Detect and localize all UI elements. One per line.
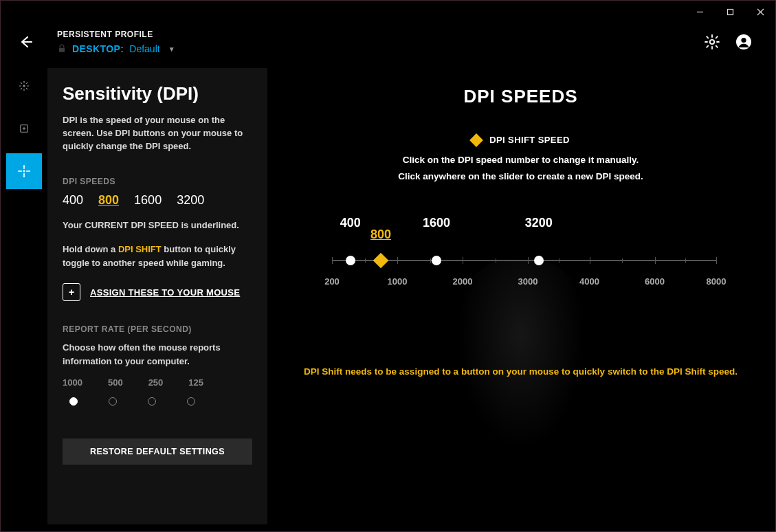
hint-click-number: Click on the DPI speed number to change … [293, 155, 748, 165]
svg-rect-1 [727, 9, 733, 14]
main-title: DPI SPEEDS [293, 86, 748, 107]
report-rate-label: REPORT RATE (PER SECOND) [63, 324, 252, 334]
slider-tick [655, 257, 656, 264]
slider-minor-tick [685, 258, 686, 263]
report-rate-label: 1000 [63, 377, 82, 388]
dpi-marker[interactable] [432, 256, 441, 265]
svg-rect-4 [59, 48, 65, 52]
report-rate-radio[interactable] [187, 397, 195, 406]
dpi-speeds-label: DPI SPEEDS [63, 177, 252, 186]
dpi-shift-marker[interactable] [373, 253, 389, 269]
plus-box-icon: + [63, 283, 80, 301]
tab-sensitivity[interactable] [6, 153, 42, 189]
minimize-button[interactable] [685, 1, 715, 23]
dpi-shift-speed-legend: DPI SHIFT SPEED [293, 135, 748, 145]
svg-line-15 [21, 88, 22, 89]
svg-point-5 [710, 40, 714, 44]
slider-tick-label: 6000 [645, 276, 665, 287]
slider-minor-tick [496, 258, 496, 263]
profile-name: Default [129, 43, 159, 54]
lock-icon [57, 44, 67, 54]
assign-to-mouse-button[interactable]: + ASSIGN THESE TO YOUR MOUSE [63, 283, 252, 301]
desktop-label: DESKTOP: [72, 43, 124, 54]
chevron-down-icon: ▼ [168, 45, 175, 53]
dpi-marker-label[interactable]: 400 [340, 216, 361, 230]
svg-point-24 [23, 170, 25, 173]
slider-tick [528, 257, 529, 264]
dpi-speed-option[interactable]: 800 [98, 193, 119, 208]
report-rate-description: Choose how often the mouse reports infor… [63, 341, 252, 368]
dpi-marker[interactable] [346, 256, 355, 265]
tab-assignments[interactable] [6, 111, 42, 146]
slider-minor-tick [622, 258, 623, 263]
profile-selector[interactable]: DESKTOP: Default ▼ [57, 43, 175, 54]
slider-tick-label: 3000 [518, 276, 538, 287]
dpi-speed-option[interactable]: 1600 [134, 193, 162, 208]
slider-minor-tick [365, 258, 366, 263]
dpi-marker-label[interactable]: 1600 [423, 216, 450, 230]
current-dpi-info: Your CURRENT DPI SPEED is underlined. [63, 219, 252, 232]
panel-description: DPI is the speed of your mouse on the sc… [63, 114, 252, 153]
maximize-button[interactable] [715, 1, 745, 23]
slider-minor-tick [559, 258, 559, 263]
diamond-icon [469, 133, 483, 147]
slider-tick-label: 8000 [707, 276, 727, 287]
slider-tick-label: 1000 [388, 276, 408, 287]
dpi-shift-info: Hold down a DPI SHIFT button to quickly … [63, 243, 252, 269]
slider-tick [590, 257, 590, 264]
slider-tick [332, 257, 333, 264]
report-rate-label: 250 [148, 377, 164, 388]
account-button[interactable] [735, 34, 752, 50]
report-rate-label: 125 [188, 377, 203, 388]
dpi-slider[interactable]: 2001000200030004000600080004008001600320… [332, 230, 716, 298]
tab-lighting[interactable] [6, 68, 42, 104]
report-rate-radio[interactable] [148, 397, 156, 406]
back-button[interactable] [16, 32, 36, 52]
dpi-speed-option[interactable]: 400 [63, 193, 83, 208]
dpi-speed-option[interactable]: 3200 [177, 193, 204, 208]
dpi-marker-label[interactable]: 3200 [525, 216, 553, 230]
dpi-marker-label[interactable]: 800 [370, 228, 391, 242]
persistent-profile-label: PERSISTENT PROFILE [57, 30, 175, 39]
svg-line-13 [21, 82, 22, 84]
hint-click-slider: Click anywhere on the slider to create a… [293, 171, 748, 181]
slider-minor-tick [430, 258, 431, 263]
svg-point-7 [741, 38, 746, 43]
slider-tick [397, 257, 398, 264]
dpi-shift-warning: DPI Shift needs to be assigned to a butt… [273, 366, 768, 377]
slider-tick-label: 4000 [579, 276, 599, 287]
panel-title: Sensitivity (DPI) [63, 83, 252, 104]
slider-track [332, 260, 716, 261]
slider-tick-label: 200 [324, 276, 340, 287]
dpi-marker[interactable] [534, 256, 544, 265]
slider-tick-label: 2000 [453, 276, 473, 287]
slider-tick [463, 257, 463, 264]
svg-line-14 [26, 88, 27, 89]
report-rate-label: 500 [108, 377, 123, 388]
assign-label: ASSIGN THESE TO YOUR MOUSE [90, 287, 240, 298]
report-rate-radio[interactable] [109, 397, 117, 406]
svg-line-16 [26, 82, 27, 84]
svg-point-8 [23, 85, 25, 87]
report-rate-radio[interactable] [69, 397, 78, 406]
slider-tick [716, 257, 717, 264]
restore-defaults-button[interactable]: RESTORE DEFAULT SETTINGS [63, 439, 252, 465]
settings-button[interactable] [704, 34, 720, 50]
close-button[interactable] [745, 1, 775, 23]
